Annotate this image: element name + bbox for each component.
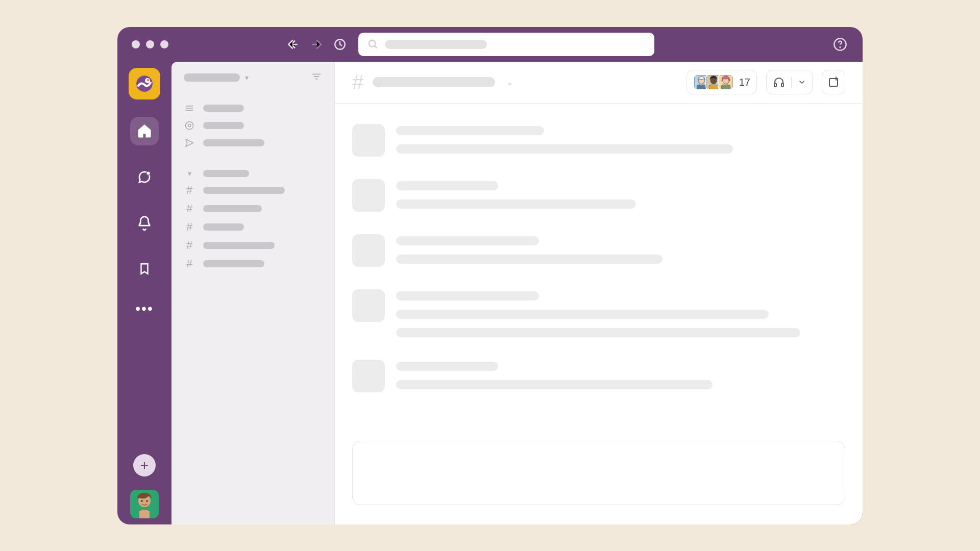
search-icon — [368, 39, 379, 50]
avatar-icon — [130, 490, 159, 518]
sidebar-channel-item[interactable]: # — [181, 199, 325, 218]
help-button[interactable] — [832, 36, 848, 53]
member-list-button[interactable]: 17 — [687, 70, 757, 94]
message-line — [396, 181, 498, 190]
help-icon — [833, 37, 847, 52]
message-composer[interactable] — [352, 441, 845, 505]
sidebar-channel-item[interactable]: # — [181, 218, 325, 236]
sidebar-nav-drafts[interactable] — [181, 134, 325, 152]
content-area: ▾ — [172, 62, 863, 524]
sidebar-channel-item[interactable]: # — [181, 236, 325, 255]
huddle-button[interactable] — [766, 70, 813, 94]
hash-icon: # — [186, 185, 192, 196]
minimize-window-button[interactable] — [146, 40, 154, 48]
message-avatar — [352, 179, 385, 212]
back-button[interactable] — [286, 37, 300, 52]
channel-label — [203, 260, 264, 267]
rail-home-button[interactable] — [130, 117, 159, 145]
channel-label — [203, 205, 262, 212]
hash-icon: # — [186, 221, 192, 233]
nav-label — [203, 122, 244, 129]
history-button[interactable] — [333, 37, 347, 52]
channel-header: # ⌄ 17 — [335, 62, 863, 104]
rail-more-button[interactable]: ••• — [135, 300, 153, 317]
channel-label — [203, 187, 285, 194]
rail-dms-button[interactable] — [130, 163, 159, 191]
message-item[interactable] — [352, 289, 845, 337]
hash-icon: # — [186, 258, 192, 269]
send-icon — [184, 138, 194, 148]
forward-button[interactable] — [309, 37, 324, 52]
svg-point-21 — [186, 121, 193, 129]
message-line — [396, 255, 663, 264]
workspace-logo-icon — [134, 73, 155, 94]
message-avatar — [352, 124, 385, 157]
member-count: 17 — [739, 77, 750, 88]
plus-icon: + — [140, 457, 149, 473]
message-item[interactable] — [352, 124, 845, 157]
filter-icon — [311, 71, 322, 82]
list-icon — [184, 103, 194, 113]
message-item[interactable] — [352, 360, 845, 392]
sidebar-channel-item[interactable]: # — [181, 255, 325, 273]
message-line — [396, 126, 544, 135]
message-line — [396, 199, 636, 209]
add-workspace-button[interactable]: + — [133, 454, 156, 477]
nav-label — [203, 139, 264, 146]
chevron-down-icon[interactable]: ⌄ — [506, 78, 513, 87]
message-line — [396, 310, 769, 319]
sidebar-nav-threads[interactable] — [181, 99, 325, 117]
workspace-name — [184, 73, 240, 82]
svg-point-13 — [141, 500, 143, 502]
chevron-down-icon — [798, 78, 806, 86]
bell-icon — [137, 215, 152, 231]
svg-line-3 — [375, 45, 377, 48]
maximize-window-button[interactable] — [160, 40, 168, 48]
canvas-button[interactable] — [822, 70, 845, 94]
svg-rect-32 — [774, 83, 776, 87]
svg-rect-25 — [697, 85, 706, 89]
message-line — [396, 144, 733, 154]
message-line — [396, 291, 539, 300]
canvas-icon — [827, 76, 840, 88]
message-avatar — [352, 234, 385, 267]
channel-view: # ⌄ 17 — [335, 62, 863, 524]
channel-label — [203, 242, 275, 249]
message-item[interactable] — [352, 234, 845, 267]
svg-point-9 — [147, 79, 149, 81]
channel-name[interactable] — [373, 77, 495, 87]
message-list — [335, 104, 863, 441]
svg-point-2 — [369, 40, 376, 46]
filter-button[interactable] — [311, 71, 322, 84]
workspace-switcher[interactable] — [129, 68, 160, 99]
message-avatar — [352, 289, 385, 322]
search-input[interactable] — [358, 33, 654, 56]
search-placeholder — [385, 40, 487, 49]
message-item[interactable] — [352, 179, 845, 212]
bookmark-icon — [138, 261, 151, 277]
svg-point-22 — [188, 124, 191, 127]
close-window-button[interactable] — [132, 40, 140, 48]
mention-icon — [184, 120, 194, 131]
rail-later-button[interactable] — [130, 255, 159, 283]
svg-rect-31 — [721, 85, 730, 89]
message-line — [396, 380, 713, 389]
channel-label — [203, 223, 244, 231]
sidebar-channel-item[interactable]: # — [181, 181, 325, 199]
caret-down-icon: ▾ — [188, 169, 191, 178]
rail-activity-button[interactable] — [130, 209, 159, 237]
message-line — [396, 236, 539, 245]
hash-icon: # — [352, 71, 363, 94]
sidebar-nav-mentions[interactable] — [181, 117, 325, 134]
workspace-menu[interactable]: ▾ — [184, 73, 249, 82]
hash-icon: # — [186, 240, 192, 251]
current-user-avatar[interactable] — [130, 490, 159, 518]
hash-icon: # — [186, 203, 192, 214]
nav-label — [203, 105, 244, 112]
chat-icon — [137, 169, 152, 185]
message-line — [396, 328, 800, 337]
section-label — [203, 170, 249, 177]
svg-rect-28 — [709, 85, 718, 89]
sidebar-section-channels[interactable]: ▾ — [181, 166, 325, 181]
svg-rect-33 — [781, 83, 783, 87]
